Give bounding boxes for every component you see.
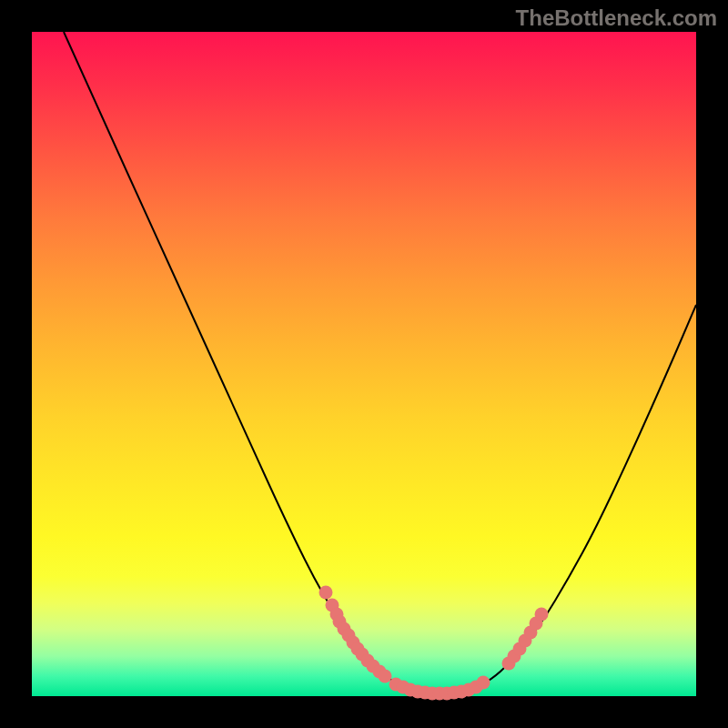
bottleneck-curve	[64, 32, 696, 693]
highlight-dot	[379, 670, 392, 683]
highlight-dot	[535, 608, 549, 622]
highlight-dots	[319, 586, 549, 701]
watermark-text: TheBottleneck.com	[516, 5, 717, 31]
highlight-dot	[319, 586, 333, 600]
highlight-dot	[477, 676, 490, 690]
chart-overlay	[32, 32, 696, 696]
